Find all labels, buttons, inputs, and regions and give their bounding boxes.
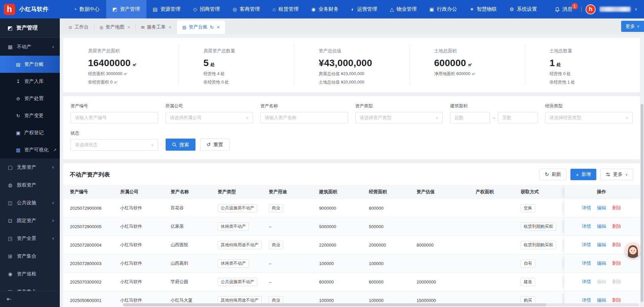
edit-link[interactable]: 编辑 [597, 297, 606, 303]
edit-link[interactable]: 编辑 [597, 279, 606, 285]
chevron-down-icon: ∨ [52, 218, 54, 223]
tab-asset-ledger[interactable]: ▤资产台账↻× [177, 20, 225, 34]
asset-code-input[interactable]: 请输入资产编号 [71, 112, 158, 123]
placeholder-text: 至数 [502, 115, 511, 121]
headset-icon: ✉ [141, 25, 144, 30]
chevron-down-icon: ∨ [52, 201, 54, 205]
sidebar-item-intangible-assets[interactable]: ▢无形资产∨ [0, 158, 60, 176]
delete-link[interactable]: 删除 [612, 297, 621, 303]
edit-link[interactable]: 编辑 [597, 205, 606, 211]
topnav-item-operation-mgmt[interactable]: ◐运营管理 [345, 0, 384, 18]
stat-subtext: 非经营面积 0 ㎡ [88, 80, 175, 85]
horizontal-scrollbar[interactable] [123, 303, 639, 306]
delete-link[interactable]: 删除 [612, 205, 621, 211]
pin-icon: ◎ [99, 25, 103, 30]
topnav-item-asset-mgmt[interactable]: ◩资产管理 [106, 0, 146, 18]
cell: 亿家亲 [164, 223, 211, 229]
reset-button[interactable]: ↺重置 [200, 139, 230, 151]
tab-close-icon[interactable]: × [169, 24, 171, 30]
status-select[interactable]: 请选择状态∨ [71, 139, 158, 151]
topnav-item-label: 智慧物联 [477, 6, 497, 12]
building-area-to-input[interactable]: 至数 [498, 112, 538, 123]
sidebar-item-asset-collection[interactable]: ⊞资产集合 [0, 247, 60, 265]
messages-button[interactable]: 消息 1 [555, 6, 572, 12]
asset-type-tag: 公共设施类不动产 [218, 278, 257, 286]
tab-close-icon[interactable]: × [127, 24, 130, 30]
monitor-icon: ▣ [429, 6, 434, 12]
user-avatar[interactable]: h [586, 4, 596, 14]
detail-link[interactable]: 详情 [582, 297, 591, 303]
horizontal-scrollbar-thumb[interactable] [123, 303, 546, 306]
delete-link[interactable]: 删除 [612, 242, 621, 248]
sidebar-item-asset-panorama[interactable]: ◳资产全景∨ [0, 229, 60, 247]
building-area-from-input[interactable]: 起数 [450, 112, 490, 123]
assistant-avatar[interactable] [625, 243, 641, 258]
filter-label: 资产编号 [71, 103, 158, 109]
detail-link[interactable]: 详情 [582, 279, 591, 285]
cell: 2025070300002 [63, 279, 114, 285]
table-more-label: 更多 [613, 171, 622, 177]
intangible-assets-icon: ▢ [7, 164, 13, 170]
topnav-item-invest-mgmt[interactable]: ◇招商管理 [187, 0, 226, 18]
sidebar-item-property-right-register[interactable]: ▣产权登记 [0, 124, 60, 141]
sidebar-item-asset-inventory[interactable]: ◰资产盘点∨ [0, 283, 60, 291]
edit-link[interactable]: 编辑 [597, 242, 606, 248]
sidebar-item-asset-change[interactable]: ↻资产变更 [0, 107, 60, 124]
delete-link[interactable]: 删除 [612, 223, 621, 229]
table-more-button[interactable]: 更多 ∨ [600, 169, 633, 180]
sidebar-collapse-button[interactable]: ⇤ [0, 291, 60, 307]
detail-link[interactable]: 详情 [582, 260, 591, 266]
topnav-item-label: 系统设置 [517, 6, 537, 12]
delete-link[interactable]: 删除 [612, 260, 621, 266]
edit-link[interactable]: 编辑 [597, 223, 606, 229]
topnav-item-property-mgmt[interactable]: △物业管理 [384, 0, 423, 18]
row-actions: 详情编辑删除 [564, 199, 639, 217]
username-redacted[interactable] [600, 7, 631, 12]
detail-link[interactable]: 详情 [582, 223, 591, 229]
sidebar-item-asset-visualization[interactable]: ▥资产可视化↗ [0, 141, 60, 158]
detail-link[interactable]: 详情 [582, 242, 591, 248]
topnav-item-admin-office[interactable]: ▣行政办公 [423, 0, 463, 18]
tab-workbench[interactable]: ⊙工作台 [63, 20, 94, 34]
operating-type-select[interactable]: 请选择经营类型∨ [545, 112, 633, 123]
edit-link[interactable]: 编辑 [597, 260, 606, 266]
owner-company-select[interactable]: 请选择所属公司∨ [166, 112, 253, 123]
col-header-0: 资产编号 [63, 189, 114, 195]
cell: 100000 [362, 298, 410, 303]
topnav-item-resource-mgmt[interactable]: ▤资源管理 [146, 0, 187, 18]
delete-link[interactable]: 删除 [612, 279, 621, 285]
tab-asset-map[interactable]: ◎资产地图× [94, 20, 136, 34]
topnav-item-biz-finance[interactable]: ◉业务财务 [305, 0, 345, 18]
cell: 其他特殊用途不动产 [211, 241, 262, 249]
sidebar-item-asset-inbound[interactable]: ↧资产入库 [0, 73, 60, 90]
topnav-item-smart-iot[interactable]: ✶智慧物联 [464, 0, 504, 18]
search-button[interactable]: 搜索 [166, 139, 196, 151]
refresh-button[interactable]: ↻ 刷新 [540, 169, 567, 180]
vertical-scrollbar-thumb[interactable] [641, 104, 643, 302]
topnav-item-label: 行政办公 [437, 6, 457, 12]
sidebar-item-asset-disposal[interactable]: ⊘资产处置 [0, 90, 60, 107]
tabs-more-button[interactable]: 更多 ∨ [621, 21, 644, 32]
tab-service-order[interactable]: ✉服务工单× [135, 20, 177, 34]
topnav-item-system-settings[interactable]: ⚙系统设置 [503, 0, 543, 18]
detail-link[interactable]: 详情 [582, 205, 591, 211]
sidebar-item-label: 股权资产 [17, 182, 36, 188]
topnav-item-lease-mgmt[interactable]: ⌂租赁管理 [266, 0, 305, 18]
stat-card-0: 房屋资产总面积16400000㎡经营面积 3000000 ㎡非经营面积 0 ㎡ [63, 38, 178, 92]
refresh-icon: ↻ [545, 171, 549, 177]
sidebar-item-asset-inspection[interactable]: ◉资产巡检 [0, 265, 60, 283]
cell: 商业 [262, 204, 312, 212]
topnav-item-data-center[interactable]: ◔数据中心 [68, 0, 106, 18]
tab-refresh-icon[interactable]: ↻ [210, 24, 214, 30]
sidebar-item-fixed-assets[interactable]: ⊡固定资产∨ [0, 212, 60, 229]
asset-name-input[interactable]: 请输入资产名称 [260, 112, 348, 123]
user-menu-caret-icon[interactable]: ∨ [635, 7, 637, 11]
sidebar-item-public-facilities[interactable]: ◫公共设施∨ [0, 194, 60, 212]
topnav-item-merchant-mgmt[interactable]: ◎客商管理 [226, 0, 266, 18]
sidebar-item-asset-ledger[interactable]: ▤资产台账 [0, 56, 60, 73]
add-button[interactable]: + 新增 [570, 169, 596, 180]
tab-close-icon[interactable]: × [217, 24, 220, 30]
sidebar-group-immovable[interactable]: ▦不动产∧ [0, 38, 60, 56]
sidebar-item-equity-assets[interactable]: ◍股权资产 [0, 176, 60, 194]
asset-type-select[interactable]: 请选择资产类型∨ [355, 112, 443, 123]
